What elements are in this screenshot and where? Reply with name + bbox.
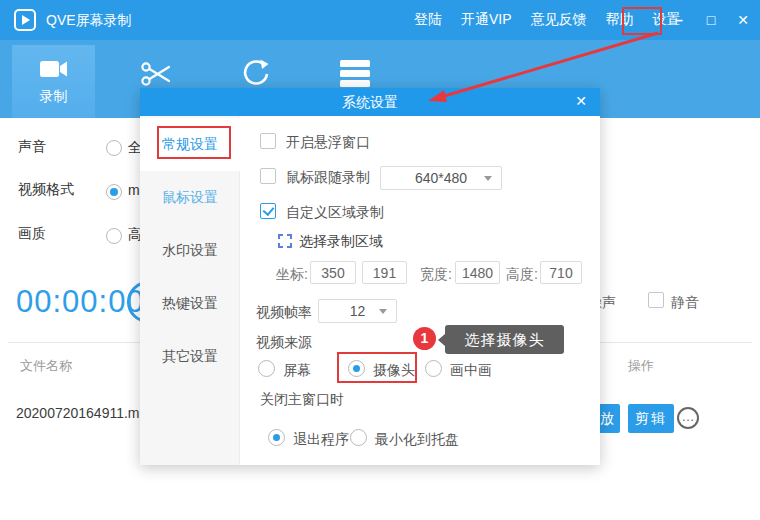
source-camera-radio[interactable] [348,360,365,377]
edit-button[interactable]: 剪辑 [628,404,674,433]
video-format-label: 视频格式 [18,181,74,199]
video-format-radio[interactable] [106,184,122,200]
menu-login[interactable]: 登陆 [414,11,442,29]
close-button[interactable]: ✕ [734,12,752,28]
menu-help[interactable]: 帮助 [606,11,634,29]
action-header: 操作 [628,357,654,375]
height-input[interactable] [540,261,582,284]
tab-record[interactable]: 录制 [12,45,95,118]
source-screen-label: 屏幕 [283,362,311,380]
titlebar-menu: 登陆 开通VIP 意见反馈 帮助 设置 [414,0,681,40]
dialog-sidebar: 常规设置 鼠标设置 水印设置 热键设置 其它设置 [140,116,240,465]
resolution-value: 640*480 [415,170,467,186]
mouse-follow-label: 鼠标跟随录制 [286,169,370,187]
menu-feedback[interactable]: 意见反馈 [531,11,587,29]
width-label: 宽度: [420,266,452,284]
more-options-icon[interactable]: … [677,407,699,429]
source-camera-label: 摄像头 [373,362,415,380]
convert-icon[interactable] [238,57,274,91]
chevron-down-icon [484,176,492,181]
coord-label: 坐标: [276,266,308,284]
window-controls: – □ ✕ [670,0,752,40]
close-behavior-label: 关闭主窗口时 [260,391,344,409]
exit-program-radio[interactable] [268,429,285,446]
framerate-select[interactable]: 12 [318,299,397,323]
video-source-label: 视频来源 [256,334,312,352]
app-logo-icon [14,9,36,31]
tab-record-label: 录制 [12,88,95,106]
exit-program-label: 退出程序 [293,431,349,449]
divider [600,342,752,343]
sidebar-item-general[interactable]: 常规设置 [140,118,240,171]
edit-scissors-icon[interactable] [139,57,175,91]
float-window-checkbox[interactable] [260,133,276,149]
quality-label: 画质 [18,225,46,243]
sound-radio[interactable] [106,140,122,156]
sidebar-item-watermark[interactable]: 水印设置 [140,224,240,277]
sidebar-item-mouse[interactable]: 鼠标设置 [140,171,240,224]
divider [8,342,140,343]
chevron-down-icon [379,309,387,314]
minimize-button[interactable]: – [670,12,688,28]
app-window: QVE屏幕录制 登陆 开通VIP 意见反馈 帮助 设置 – □ ✕ 录制 [0,0,760,520]
coord-y-input[interactable] [362,261,407,284]
select-region-label[interactable]: 选择录制区域 [299,233,383,251]
record-timer: 00:00:00 [16,284,145,320]
quality-radio[interactable] [106,228,122,244]
framerate-label: 视频帧率 [256,304,312,322]
source-screen-radio[interactable] [258,360,275,377]
dialog-close-icon[interactable]: ✕ [575,93,587,109]
mute-checkbox[interactable] [648,292,664,308]
sidebar-item-hotkey[interactable]: 热键设置 [140,277,240,330]
app-title: QVE屏幕录制 [46,12,132,30]
video-format-option-label: m [128,182,140,198]
select-region-icon [278,234,292,248]
file-name-header: 文件名称 [20,357,72,375]
camera-icon [39,66,69,83]
mouse-follow-checkbox[interactable] [260,168,276,184]
annotation-tooltip: 选择摄像头 [445,325,564,354]
custom-region-label: 自定义区域录制 [286,204,384,222]
annotation-step-badge: 1 [413,327,436,350]
source-pip-label: 画中画 [450,362,492,380]
dialog-title: 系统设置 [140,94,600,112]
width-input[interactable] [455,261,500,284]
sidebar-item-other[interactable]: 其它设置 [140,330,240,383]
framerate-value: 12 [350,303,366,319]
minimize-tray-label: 最小化到托盘 [375,431,459,449]
height-label: 高度: [506,266,538,284]
menu-vip[interactable]: 开通VIP [461,11,512,29]
resolution-select[interactable]: 640*480 [380,166,502,190]
settings-dialog: 系统设置 ✕ 常规设置 鼠标设置 水印设置 热键设置 其它设置 开启悬浮窗口 鼠… [140,88,600,465]
float-window-label: 开启悬浮窗口 [286,134,370,152]
dialog-header: 系统设置 ✕ [140,88,600,116]
source-pip-radio[interactable] [425,360,442,377]
custom-region-checkbox[interactable] [260,203,276,219]
titlebar: QVE屏幕录制 登陆 开通VIP 意见反馈 帮助 设置 – □ ✕ [0,0,760,40]
mute-label: 静音 [671,294,699,312]
sound-label: 声音 [18,138,46,156]
coord-x-input[interactable] [310,261,356,284]
file-name: 20200720164911.mp [16,405,147,421]
minimize-tray-radio[interactable] [350,429,367,446]
maximize-button[interactable]: □ [702,12,720,28]
